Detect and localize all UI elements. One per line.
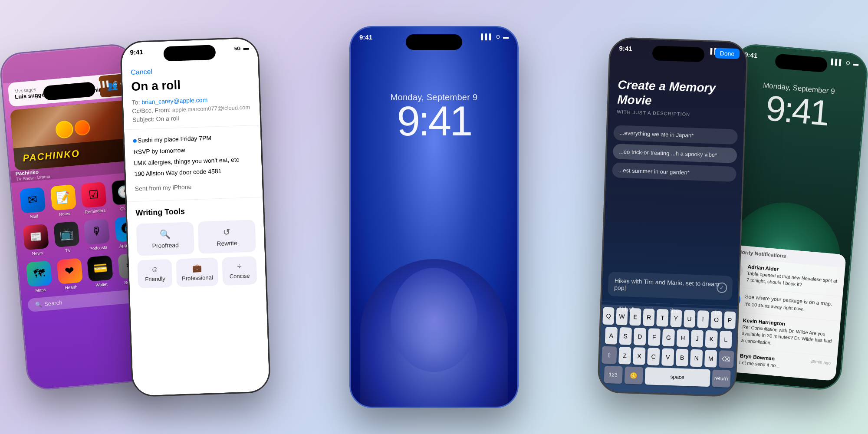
tool-rewrite-btn[interactable]: ↺ Rewrite [197,220,256,254]
key-f[interactable]: F [648,328,661,346]
tool-friendly-label: Friendly [145,275,165,283]
notes-field[interactable]: Hikes with Tim and Marie, set to dream p… [608,272,733,300]
email-sent: Sent from my iPhone [135,180,254,194]
memory-chat-bubbles: ...everything we ate in Japan* ...eo tri… [612,125,738,185]
key-shift[interactable]: ⇧ [602,346,617,364]
key-p[interactable]: P [724,311,736,329]
writing-tools-grid: 🔍 Proofread ↺ Rewrite [136,220,256,256]
phone-1-time: 9:41 [12,88,25,96]
lockscreen-time: 9:41 [351,100,517,142]
app-tv[interactable]: 📺 TV [53,221,80,254]
key-q[interactable]: Q [602,307,614,325]
app-health-label: Health [65,284,78,290]
key-w[interactable]: W [616,308,628,326]
phone-2-status-icons: 5G ▬ [234,44,249,51]
key-t[interactable]: T [657,309,668,327]
key-z[interactable]: Z [618,347,631,365]
memory-movie-content: Create a Memory Movie WITH JUST A DESCRI… [608,69,746,128]
notif-time-4: 35min ago [810,359,831,365]
notif-content-2: See where your package is on a map. It's… [744,293,836,315]
rewrite-icon: ↺ [223,227,230,237]
app-maps[interactable]: 🗺 Maps [26,260,53,293]
notif-content-3: Kevin Harrington Re: Consultation with D… [741,317,834,352]
lock-orb-middle [391,268,477,372]
key-a[interactable]: A [605,327,618,345]
key-x[interactable]: X [633,347,645,365]
key-c[interactable]: C [647,348,660,365]
memory-title: Create a Memory Movie [617,77,737,111]
key-v[interactable]: V [661,348,674,366]
key-k[interactable]: K [705,330,718,348]
app-notes-label: Notes [59,211,70,217]
key-e[interactable]: E [629,308,641,326]
key-i[interactable]: I [697,310,709,328]
app-mail[interactable]: ✉ Mail [20,187,46,220]
search-label: Search [44,299,62,307]
key-space[interactable]: space [644,367,710,387]
search-icon: 🔍 [35,301,42,308]
phone-5-battery-icon: ▬ [853,60,859,67]
phone-5-wifi-icon: ⊙ [845,59,851,66]
lockscreen-content: Monday, September 9 9:41 [351,58,517,142]
phone-3-signal-icon: ▌▌▌ [481,33,493,40]
done-button[interactable]: Done [714,48,740,59]
key-return[interactable]: return [712,369,730,387]
phone-3-battery-icon: ▬ [503,33,509,40]
notes-field-text: Hikes with Tim and Marie, set to dream p… [614,277,727,295]
email-body[interactable]: Sushi my place Friday 7PM RSVP by tomorr… [124,125,263,202]
key-delete[interactable]: ⌫ [719,350,734,368]
key-y[interactable]: Y [670,309,682,327]
pachinko-banner[interactable]: PACHINKO [10,100,136,171]
email-to-value[interactable]: brian_carey@apple.com [141,96,207,105]
key-g[interactable]: G [662,329,675,346]
app-notes[interactable]: 📝 Notes [50,184,77,217]
key-n[interactable]: N [690,349,703,367]
key-r[interactable]: R [643,309,655,326]
phone-1-signal-icon: ▌▌▌ [98,80,111,88]
key-emoji[interactable]: 😊 [624,366,643,384]
email-cancel-btn[interactable]: Cancel [131,64,250,76]
key-j[interactable]: J [691,330,704,348]
phone-1-wifi-icon: ⊙ [113,79,118,86]
key-d[interactable]: D [634,328,646,345]
cursor-dot [133,139,137,143]
memory-subtitle: WITH JUST A DESCRIPTION [617,109,736,119]
app-news[interactable]: 📰 News [23,224,49,257]
keyboard-row-4: 123 😊 space return [601,365,734,388]
notif-content-4: Bryn Bowman Let me send it no... [739,353,806,372]
app-health[interactable]: ❤ Health [56,258,83,291]
friendly-icon: ☺ [151,265,159,274]
tool-friendly-btn[interactable]: ☺ Friendly [137,259,172,289]
phone-3-status-bar: 9:41 ▌▌▌ ⊙ ▬ [351,27,517,51]
app-mail-label: Mail [30,214,38,219]
app-reminders[interactable]: ☑ Reminders [80,182,107,215]
phone-5-signal-icon: ▌▌▌ [831,58,843,66]
phone-4: 9:41 ▌▌▌ ⊙ ▬ Done Create a Memory Movie … [597,37,748,398]
tool-proofread-label: Proofread [152,241,179,249]
tool-concise-btn[interactable]: ÷ Concise [222,256,257,286]
key-o[interactable]: O [710,311,722,329]
phone-3-screen: 9:41 ▌▌▌ ⊙ ▬ Monday, September 9 9:41 [351,27,517,407]
app-wallet[interactable]: 💳 Wallet [87,255,114,288]
phone-2-5g: 5G [234,46,241,51]
keyboard-row-2: A S D F G H J K L [602,327,735,349]
key-123[interactable]: 123 [604,366,622,384]
writing-tools-row2: ☺ Friendly 💼 Professional ÷ Concise [137,256,257,289]
key-h[interactable]: H [677,329,689,347]
key-l[interactable]: L [720,331,732,349]
phone-2: 9:41 5G ▬ Cancel On a roll To: brian_car… [120,37,271,398]
tool-professional-btn[interactable]: 💼 Professional [176,257,219,287]
tool-proofread-btn[interactable]: 🔍 Proofread [136,222,194,256]
phone-3-wifi-icon: ⊙ [496,33,500,40]
phone-3: 9:41 ▌▌▌ ⊙ ▬ Monday, September 9 9:41 [349,26,519,408]
key-s[interactable]: S [619,327,632,345]
key-b[interactable]: B [676,349,688,366]
app-podcasts-label: Podcasts [89,245,108,251]
tool-concise-label: Concise [229,273,250,280]
key-u[interactable]: U [684,310,695,328]
phone-2-screen: 9:41 5G ▬ Cancel On a roll To: brian_car… [121,38,270,396]
phone-5-status-icons: ▌▌▌ ⊙ ▬ [831,58,859,67]
notif-content-1: Adrian Alder Table opened at that new Ne… [746,263,838,291]
app-podcasts[interactable]: 🎙 Podcasts [84,218,111,251]
key-m[interactable]: M [704,350,717,368]
